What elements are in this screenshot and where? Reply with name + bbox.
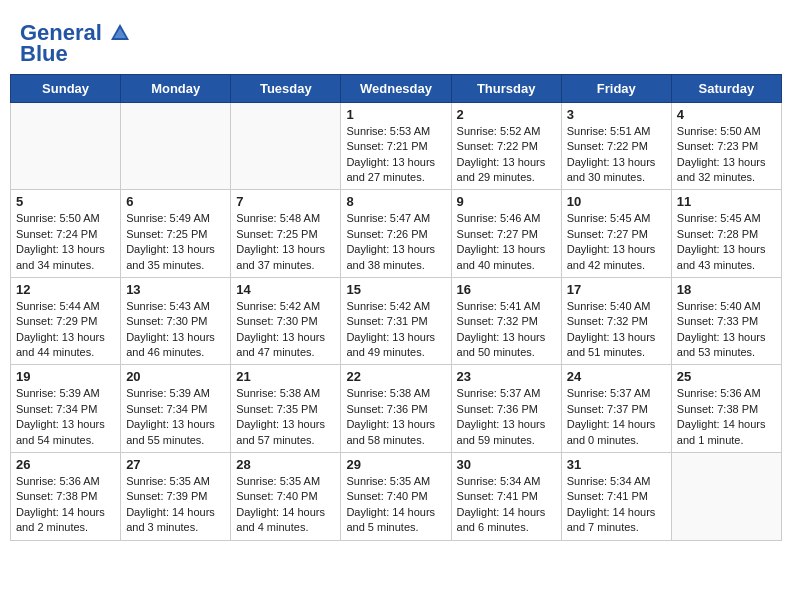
cell-line: and 34 minutes. (16, 259, 94, 271)
calendar-cell: 3Sunrise: 5:51 AMSunset: 7:22 PMDaylight… (561, 102, 671, 190)
calendar-week-row: 19Sunrise: 5:39 AMSunset: 7:34 PMDayligh… (11, 365, 782, 453)
cell-content: Sunrise: 5:34 AMSunset: 7:41 PMDaylight:… (457, 474, 556, 536)
cell-content: Sunrise: 5:42 AMSunset: 7:30 PMDaylight:… (236, 299, 335, 361)
calendar-week-row: 1Sunrise: 5:53 AMSunset: 7:21 PMDaylight… (11, 102, 782, 190)
cell-content: Sunrise: 5:36 AMSunset: 7:38 PMDaylight:… (16, 474, 115, 536)
cell-line: Sunrise: 5:45 AM (567, 212, 651, 224)
day-number: 6 (126, 194, 225, 209)
day-number: 21 (236, 369, 335, 384)
calendar-cell (671, 453, 781, 541)
cell-line: and 42 minutes. (567, 259, 645, 271)
cell-line: Daylight: 13 hours (346, 418, 435, 430)
cell-line: and 7 minutes. (567, 521, 639, 533)
cell-line: and 37 minutes. (236, 259, 314, 271)
cell-line: and 2 minutes. (16, 521, 88, 533)
cell-line: Daylight: 13 hours (346, 156, 435, 168)
day-number: 17 (567, 282, 666, 297)
calendar-cell: 22Sunrise: 5:38 AMSunset: 7:36 PMDayligh… (341, 365, 451, 453)
cell-line: Daylight: 13 hours (457, 331, 546, 343)
cell-content: Sunrise: 5:51 AMSunset: 7:22 PMDaylight:… (567, 124, 666, 186)
page-header: General Blue (10, 10, 782, 69)
cell-line: and 6 minutes. (457, 521, 529, 533)
cell-line: Sunset: 7:40 PM (346, 490, 427, 502)
cell-line: Sunset: 7:34 PM (126, 403, 207, 415)
calendar-week-row: 26Sunrise: 5:36 AMSunset: 7:38 PMDayligh… (11, 453, 782, 541)
cell-line: Sunset: 7:40 PM (236, 490, 317, 502)
cell-content: Sunrise: 5:41 AMSunset: 7:32 PMDaylight:… (457, 299, 556, 361)
calendar-cell: 19Sunrise: 5:39 AMSunset: 7:34 PMDayligh… (11, 365, 121, 453)
cell-content: Sunrise: 5:40 AMSunset: 7:33 PMDaylight:… (677, 299, 776, 361)
cell-line: Daylight: 13 hours (567, 243, 656, 255)
cell-line: Daylight: 13 hours (677, 331, 766, 343)
cell-content: Sunrise: 5:35 AMSunset: 7:40 PMDaylight:… (236, 474, 335, 536)
cell-line: Sunset: 7:26 PM (346, 228, 427, 240)
day-number: 27 (126, 457, 225, 472)
cell-line: Sunrise: 5:52 AM (457, 125, 541, 137)
cell-line: and 4 minutes. (236, 521, 308, 533)
cell-line: Sunset: 7:21 PM (346, 140, 427, 152)
cell-line: Sunrise: 5:53 AM (346, 125, 430, 137)
calendar-cell: 16Sunrise: 5:41 AMSunset: 7:32 PMDayligh… (451, 277, 561, 365)
cell-line: Sunrise: 5:41 AM (457, 300, 541, 312)
calendar-table: SundayMondayTuesdayWednesdayThursdayFrid… (10, 74, 782, 541)
cell-line: Daylight: 14 hours (677, 418, 766, 430)
cell-content: Sunrise: 5:53 AMSunset: 7:21 PMDaylight:… (346, 124, 445, 186)
cell-line: Daylight: 14 hours (457, 506, 546, 518)
day-number: 11 (677, 194, 776, 209)
day-of-week-header: Wednesday (341, 74, 451, 102)
day-number: 22 (346, 369, 445, 384)
cell-line: Sunset: 7:28 PM (677, 228, 758, 240)
calendar-week-row: 5Sunrise: 5:50 AMSunset: 7:24 PMDaylight… (11, 190, 782, 278)
cell-line: Sunset: 7:34 PM (16, 403, 97, 415)
logo: General Blue (20, 20, 132, 64)
cell-line: Daylight: 13 hours (236, 243, 325, 255)
cell-content: Sunrise: 5:34 AMSunset: 7:41 PMDaylight:… (567, 474, 666, 536)
day-number: 25 (677, 369, 776, 384)
cell-content: Sunrise: 5:35 AMSunset: 7:40 PMDaylight:… (346, 474, 445, 536)
calendar-cell: 9Sunrise: 5:46 AMSunset: 7:27 PMDaylight… (451, 190, 561, 278)
day-number: 30 (457, 457, 556, 472)
cell-line: Daylight: 14 hours (567, 506, 656, 518)
cell-content: Sunrise: 5:44 AMSunset: 7:29 PMDaylight:… (16, 299, 115, 361)
calendar-cell: 23Sunrise: 5:37 AMSunset: 7:36 PMDayligh… (451, 365, 561, 453)
cell-line: Sunset: 7:22 PM (457, 140, 538, 152)
cell-line: Daylight: 14 hours (236, 506, 325, 518)
cell-content: Sunrise: 5:52 AMSunset: 7:22 PMDaylight:… (457, 124, 556, 186)
calendar-cell: 12Sunrise: 5:44 AMSunset: 7:29 PMDayligh… (11, 277, 121, 365)
cell-line: Sunset: 7:36 PM (346, 403, 427, 415)
cell-content: Sunrise: 5:49 AMSunset: 7:25 PMDaylight:… (126, 211, 225, 273)
calendar-cell: 31Sunrise: 5:34 AMSunset: 7:41 PMDayligh… (561, 453, 671, 541)
cell-line: Sunset: 7:33 PM (677, 315, 758, 327)
calendar-cell: 27Sunrise: 5:35 AMSunset: 7:39 PMDayligh… (121, 453, 231, 541)
logo-blue: Blue (20, 44, 132, 64)
cell-line: and 29 minutes. (457, 171, 535, 183)
day-number: 12 (16, 282, 115, 297)
cell-line: Sunset: 7:37 PM (567, 403, 648, 415)
cell-line: Sunset: 7:30 PM (126, 315, 207, 327)
day-number: 13 (126, 282, 225, 297)
day-number: 24 (567, 369, 666, 384)
cell-line: and 35 minutes. (126, 259, 204, 271)
cell-line: and 46 minutes. (126, 346, 204, 358)
day-number: 3 (567, 107, 666, 122)
cell-line: Sunrise: 5:50 AM (677, 125, 761, 137)
day-number: 15 (346, 282, 445, 297)
day-number: 5 (16, 194, 115, 209)
calendar-cell: 15Sunrise: 5:42 AMSunset: 7:31 PMDayligh… (341, 277, 451, 365)
cell-line: Sunrise: 5:43 AM (126, 300, 210, 312)
cell-line: Sunset: 7:31 PM (346, 315, 427, 327)
cell-line: and 50 minutes. (457, 346, 535, 358)
cell-line: Sunset: 7:39 PM (126, 490, 207, 502)
cell-line: and 27 minutes. (346, 171, 424, 183)
cell-line: and 3 minutes. (126, 521, 198, 533)
cell-line: and 43 minutes. (677, 259, 755, 271)
day-number: 26 (16, 457, 115, 472)
day-of-week-header: Thursday (451, 74, 561, 102)
cell-line: Sunrise: 5:46 AM (457, 212, 541, 224)
cell-line: Daylight: 13 hours (677, 156, 766, 168)
cell-line: Daylight: 14 hours (126, 506, 215, 518)
cell-line: Sunrise: 5:36 AM (677, 387, 761, 399)
day-number: 8 (346, 194, 445, 209)
calendar-cell: 17Sunrise: 5:40 AMSunset: 7:32 PMDayligh… (561, 277, 671, 365)
cell-line: Daylight: 13 hours (16, 418, 105, 430)
